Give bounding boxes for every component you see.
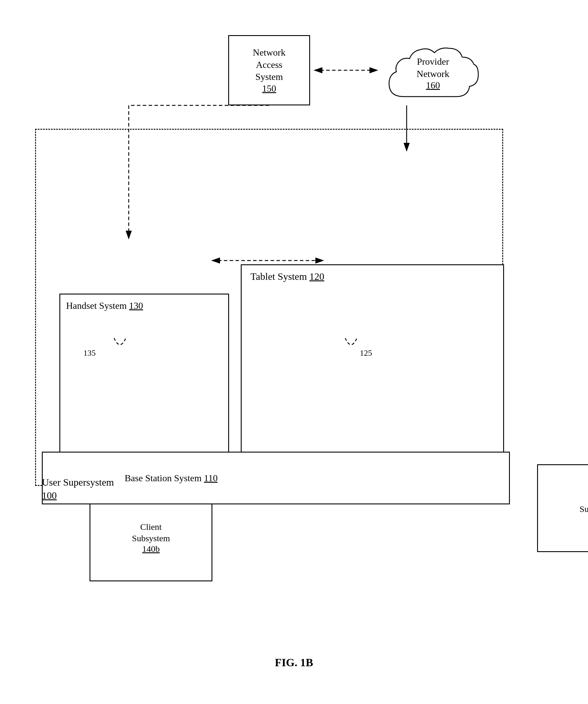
- client-b-box: ClientSubsystem 140b: [89, 493, 212, 581]
- client-b-label: ClientSubsystem: [132, 521, 170, 544]
- fig-caption-text: FIG. 1B: [275, 656, 313, 668]
- handset-system-box: Handset System 130 ClientSubsystem 140b: [59, 294, 229, 463]
- handset-system-ref: 130: [129, 300, 143, 311]
- client-b-ref: 140b: [142, 544, 160, 554]
- nas-box: NetworkAccessSystem 150: [228, 35, 310, 105]
- base-station-ref: 110: [204, 473, 218, 483]
- diagram-container: NetworkAccessSystem 150 ProviderNetwork …: [29, 17, 562, 574]
- tablet-system-label: Tablet System 120: [250, 271, 324, 282]
- handset-system-label: Handset System 130: [66, 300, 143, 311]
- user-supersystem-box: Tablet System 120 ClientSubsystem 140a H…: [35, 129, 503, 486]
- user-supersystem-ref: 100: [42, 490, 57, 501]
- nas-label: NetworkAccessSystem: [253, 47, 285, 83]
- client-a-label: ClientSubsystem: [580, 492, 588, 515]
- nas-ref: 150: [262, 83, 276, 94]
- provider-network-label: ProviderNetwork: [416, 56, 449, 80]
- cloud-container: ProviderNetwork 160: [380, 32, 485, 114]
- client-a-box: ClientSubsystem 140a: [537, 464, 588, 552]
- base-station-label: Base Station System 110: [125, 473, 218, 483]
- provider-network-ref: 160: [426, 80, 440, 91]
- figure-caption: FIG. 1B: [0, 656, 588, 669]
- tablet-system-ref: 120: [310, 271, 324, 282]
- user-supersystem-label: User Supersystem: [42, 477, 114, 488]
